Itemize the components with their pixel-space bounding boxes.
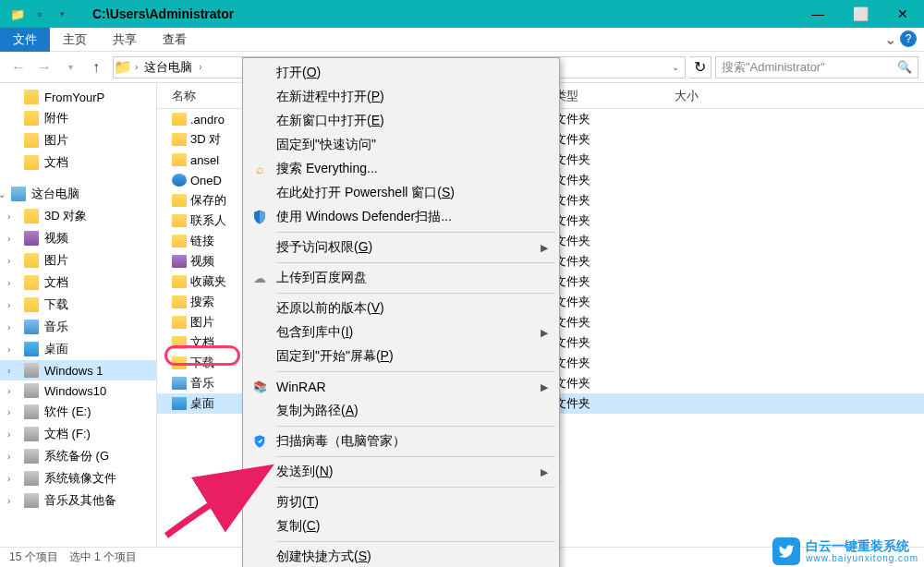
menu-item[interactable]: 授予访问权限(G)▶	[245, 235, 557, 259]
tab-home[interactable]: 主页	[50, 28, 100, 52]
navigation-pane[interactable]: FromYourP附件图片文档 ⌄ 这台电脑 ›3D 对象›视频›图片›文档›下…	[0, 83, 157, 547]
chevron-right-icon[interactable]: ›	[7, 322, 10, 332]
chevron-right-icon[interactable]: ›	[7, 474, 10, 484]
chevron-right-icon[interactable]: ›	[7, 386, 10, 396]
chevron-right-icon[interactable]: ›	[7, 452, 10, 462]
nav-item[interactable]: ›音乐及其他备	[0, 489, 156, 512]
chevron-right-icon[interactable]: ›	[7, 496, 10, 506]
menu-separator	[276, 232, 555, 233]
nav-item[interactable]: ›音乐	[0, 316, 156, 338]
help-icon[interactable]: ?	[900, 30, 917, 47]
nav-item[interactable]: FromYourP	[0, 87, 156, 107]
search-icon[interactable]: 🔍	[897, 60, 912, 74]
menu-item[interactable]: 还原以前的版本(V)	[245, 296, 557, 320]
close-button[interactable]: ✕	[881, 0, 924, 28]
file-name: 收藏夹	[190, 273, 226, 290]
nav-item[interactable]: ›3D 对象	[0, 205, 156, 227]
menu-item[interactable]: 创建快捷方式(S)	[245, 545, 557, 567]
tab-view[interactable]: 查看	[150, 28, 200, 52]
chevron-right-icon[interactable]: ›	[7, 234, 10, 244]
nav-item[interactable]: ›视频	[0, 227, 156, 249]
menu-item[interactable]: 📚WinRAR▶	[245, 375, 557, 399]
chevron-right-icon[interactable]: ›	[7, 256, 10, 266]
menu-item[interactable]: ⌕搜索 Everything...	[245, 157, 557, 181]
nav-item[interactable]: 文档	[0, 151, 156, 174]
menu-item[interactable]: 剪切(T)	[245, 490, 557, 514]
disk-icon	[24, 493, 39, 508]
menu-item-label: 授予访问权限(G)	[276, 239, 372, 256]
folder-icon	[172, 214, 187, 227]
nav-item[interactable]: ›下载	[0, 294, 156, 316]
menu-item[interactable]: 发送到(N)▶	[245, 460, 557, 484]
menu-item[interactable]: 复制(C)	[245, 514, 557, 538]
menu-item[interactable]: 在新进程中打开(P)	[245, 85, 557, 109]
nav-item[interactable]: ›Windows 1	[0, 360, 156, 380]
refresh-button[interactable]: ↻	[689, 56, 711, 78]
chevron-right-icon[interactable]: ›	[7, 344, 10, 355]
nav-label: 系统镜像文件	[44, 470, 116, 487]
nav-item[interactable]: ›图片	[0, 249, 156, 271]
search-input[interactable]: 搜索"Administrator" 🔍	[715, 56, 918, 78]
chevron-right-icon[interactable]: ›	[7, 366, 10, 376]
menu-item-label: 在新进程中打开(P)	[276, 89, 384, 105]
folder-icon	[172, 336, 187, 349]
menu-item[interactable]: 复制为路径(A)	[245, 399, 557, 423]
chevron-right-icon[interactable]: ›	[7, 211, 10, 222]
forward-button[interactable]: →	[31, 54, 57, 80]
minimize-button[interactable]: —	[796, 0, 839, 28]
chevron-right-icon[interactable]: ›	[7, 429, 10, 440]
folder-icon	[172, 316, 187, 329]
file-type: 文件夹	[554, 131, 675, 148]
column-type[interactable]: 类型	[554, 88, 675, 104]
menu-item[interactable]: 固定到"快速访问"	[245, 133, 557, 157]
menu-item-label: 上传到百度网盘	[276, 270, 367, 286]
folder-icon	[24, 275, 39, 290]
file-name: .andro	[190, 113, 225, 127]
file-name: 联系人	[190, 212, 226, 229]
chevron-right-icon[interactable]: ›	[7, 278, 10, 288]
nav-label: 系统备份 (G	[44, 448, 109, 464]
shield-icon	[250, 208, 269, 226]
nav-item[interactable]: 附件	[0, 107, 156, 129]
chevron-down-icon[interactable]: ⌄	[0, 189, 6, 199]
menu-item[interactable]: 在此处打开 Powershell 窗口(S)	[245, 181, 557, 205]
back-button[interactable]: ←	[6, 54, 31, 80]
menu-item[interactable]: 固定到"开始"屏幕(P)	[245, 344, 557, 368]
expand-ribbon-icon[interactable]: ⌄	[884, 30, 896, 48]
menu-item[interactable]: ☁上传到百度网盘	[245, 266, 557, 290]
nav-item[interactable]: ›系统镜像文件	[0, 467, 156, 489]
chevron-right-icon[interactable]: ›	[196, 62, 204, 72]
nav-item[interactable]: ›软件 (E:)	[0, 401, 156, 423]
recent-dropdown-icon[interactable]: ▾	[57, 54, 83, 80]
chevron-right-icon[interactable]: ›	[132, 62, 140, 72]
up-button[interactable]: ↑	[83, 54, 109, 80]
qat-icon[interactable]: ▫	[30, 4, 50, 24]
menu-item[interactable]: 使用 Windows Defender扫描...	[245, 205, 557, 229]
nav-item[interactable]: ›文档 (F:)	[0, 423, 156, 445]
nav-item[interactable]: ›桌面	[0, 338, 156, 360]
column-size[interactable]: 大小	[675, 88, 748, 104]
search-placeholder: 搜索"Administrator"	[722, 59, 825, 76]
tab-share[interactable]: 共享	[100, 28, 150, 52]
menu-item[interactable]: 包含到库中(I)▶	[245, 320, 557, 344]
disk-icon	[24, 404, 39, 419]
nav-item[interactable]: 图片	[0, 129, 156, 151]
address-dropdown-icon[interactable]: ⌄	[672, 62, 685, 72]
nav-item[interactable]: ›Windows10	[0, 380, 156, 401]
chevron-right-icon[interactable]: ›	[7, 407, 10, 417]
maximize-button[interactable]: ⬜	[839, 0, 881, 28]
folder-app-icon: 📁	[7, 4, 28, 24]
pc-icon	[11, 187, 26, 201]
nav-this-pc[interactable]: ⌄ 这台电脑	[0, 183, 156, 205]
qat-dropdown-icon[interactable]: ▾	[52, 4, 72, 24]
nav-item[interactable]: ›系统备份 (G	[0, 445, 156, 467]
chevron-right-icon[interactable]: ›	[7, 300, 10, 310]
tab-file[interactable]: 文件	[0, 28, 50, 52]
menu-item[interactable]: 在新窗口中打开(E)	[245, 109, 557, 133]
watermark-title: 白云一键重装系统	[806, 539, 918, 553]
menu-item[interactable]: 扫描病毒（电脑管家）	[245, 429, 557, 453]
folder-icon	[24, 111, 39, 126]
menu-item[interactable]: 打开(O)	[245, 61, 557, 85]
nav-item[interactable]: ›文档	[0, 271, 156, 294]
breadcrumb-segment[interactable]: 这台电脑	[140, 59, 196, 76]
